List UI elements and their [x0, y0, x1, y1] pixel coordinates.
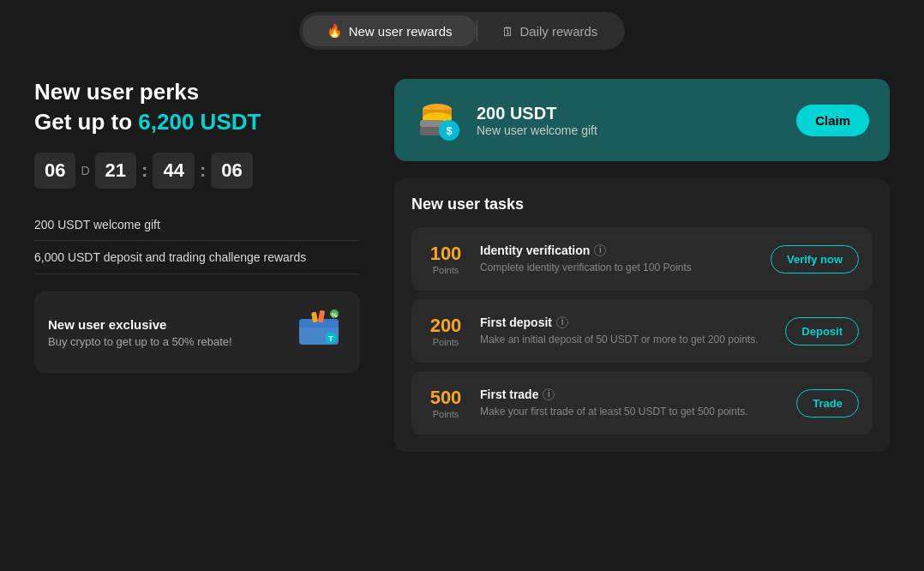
tab-bar: 🔥 New user rewards 🗓 Daily rewards: [0, 0, 924, 62]
reward-item-1: 200 USDT welcome gift: [34, 209, 360, 241]
calendar-icon: 🗓: [501, 24, 514, 39]
task-points-label-identity: Points: [425, 265, 466, 275]
task-points-deposit: 200 Points: [425, 315, 466, 347]
timer-days: 06: [34, 153, 75, 189]
right-panel: $ 200 USDT New user welcome gift Claim N…: [394, 79, 890, 452]
svg-rect-2: [299, 322, 339, 328]
timer-days-label: D: [81, 164, 89, 177]
timer-seconds: 06: [211, 153, 252, 189]
task-info-identity: Identity verification i Complete identit…: [480, 243, 757, 275]
perk-subtitle: Get up to 6,200 USDT: [34, 109, 360, 135]
task-points-num-deposit: 200: [430, 315, 462, 336]
promo-icon: T %: [295, 307, 346, 358]
timer-colon-2: :: [200, 159, 206, 182]
task-info-deposit: First deposit i Make an initial deposit …: [480, 316, 771, 347]
info-icon-identity: i: [594, 244, 606, 256]
timer-colon-1: :: [141, 159, 147, 182]
task-info-trade: First trade i Make your first trade of a…: [480, 388, 783, 419]
svg-text:T: T: [328, 334, 333, 343]
task-desc-identity: Complete identity verification to get 10…: [480, 261, 757, 275]
promo-title: New user exclusive: [48, 317, 232, 332]
verify-now-button[interactable]: Verify now: [771, 245, 859, 273]
task-points-label-trade: Points: [425, 409, 466, 419]
deposit-button[interactable]: Deposit: [785, 317, 859, 346]
tasks-title: New user tasks: [411, 195, 873, 213]
promo-box: New user exclusive Buy crypto to get up …: [34, 292, 360, 373]
perk-subtitle-prefix: Get up to: [34, 109, 138, 135]
countdown-timer: 06 D 21 : 44 : 06: [34, 153, 360, 189]
info-icon-deposit: i: [556, 316, 568, 328]
reward-item-1-text: 200 USDT welcome gift: [34, 218, 160, 231]
gift-banner: $ 200 USDT New user welcome gift Claim: [394, 79, 890, 161]
promo-text: New user exclusive Buy crypto to get up …: [48, 317, 232, 348]
main-content: New user perks Get up to 6,200 USDT 06 D…: [0, 62, 924, 469]
svg-text:$: $: [446, 124, 453, 137]
svg-text:%: %: [331, 311, 337, 319]
task-card-trade: 500 Points First trade i Make your first…: [411, 371, 873, 435]
usdt-icon-svg: $: [415, 96, 463, 144]
gift-card-svg: T %: [295, 307, 346, 350]
task-points-num-trade: 500: [430, 387, 462, 408]
task-name-trade: First trade i: [480, 388, 783, 401]
timer-hours: 21: [95, 153, 136, 189]
left-panel: New user perks Get up to 6,200 USDT 06 D…: [34, 79, 360, 452]
task-desc-deposit: Make an initial deposit of 50 USDT or mo…: [480, 333, 771, 347]
gift-description: New user welcome gift: [477, 123, 783, 137]
tab-new-user-label: New user rewards: [349, 24, 453, 39]
task-card-deposit: 200 Points First deposit i Make an initi…: [411, 299, 873, 363]
task-points-label-deposit: Points: [425, 337, 466, 347]
timer-minutes: 44: [153, 153, 194, 189]
claim-button[interactable]: Claim: [796, 105, 869, 136]
gift-info: 200 USDT New user welcome gift: [477, 104, 783, 137]
fire-icon: 🔥: [327, 23, 343, 39]
task-points-num-identity: 100: [430, 243, 462, 264]
tab-daily-label: Daily rewards: [520, 24, 598, 39]
trade-button[interactable]: Trade: [796, 389, 859, 418]
task-name-identity: Identity verification i: [480, 243, 757, 257]
info-icon-trade: i: [543, 388, 555, 400]
tab-container: 🔥 New user rewards 🗓 Daily rewards: [299, 12, 626, 50]
reward-item-2: 6,000 USDT deposit and trading challenge…: [34, 241, 360, 274]
tab-new-user[interactable]: 🔥 New user rewards: [303, 15, 477, 46]
gift-amount: 200 USDT: [477, 104, 783, 123]
tasks-container: New user tasks 100 Points Identity verif…: [394, 178, 890, 452]
task-name-deposit: First deposit i: [480, 316, 771, 329]
promo-subtitle: Buy crypto to get up to a 50% rebate!: [48, 335, 232, 348]
task-desc-trade: Make your first trade of at least 50 USD…: [480, 405, 783, 419]
task-points-trade: 500 Points: [425, 387, 466, 419]
perk-title: New user perks: [34, 79, 360, 105]
perk-amount: 6,200 USDT: [138, 109, 261, 135]
task-card-identity: 100 Points Identity verification i Compl…: [411, 227, 873, 291]
tab-daily[interactable]: 🗓 Daily rewards: [477, 15, 622, 46]
gift-banner-icon: $: [415, 96, 463, 144]
reward-item-2-text: 6,000 USDT deposit and trading challenge…: [34, 250, 306, 264]
task-points-identity: 100 Points: [425, 243, 466, 275]
